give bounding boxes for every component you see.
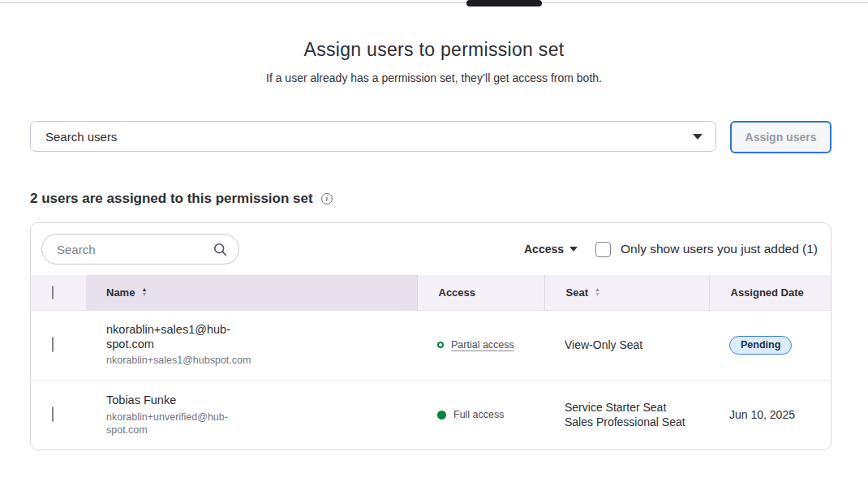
assigned-date: Jun 10, 2025 — [729, 408, 795, 421]
access-filter-dropdown[interactable]: Access — [524, 243, 578, 256]
table-filters-group: Access Only show users you just added (1… — [524, 242, 820, 257]
name-cell: nkorablin+sales1@hub- spot.com nkorablin… — [86, 310, 417, 380]
sort-down-icon: ▼ — [141, 292, 147, 297]
assigned-date-cell: Pending — [709, 310, 831, 380]
column-label-name: Name — [106, 286, 135, 299]
pending-status-badge: Pending — [729, 336, 792, 355]
seat-cell: View-Only Seat — [544, 310, 709, 380]
access-level-text: Full access — [453, 409, 505, 420]
user-name: nkorablin+sales1@hub- — [106, 323, 417, 338]
assigned-date-cell: Jun 10, 2025 — [709, 380, 831, 450]
assign-users-button[interactable]: Assign users — [730, 121, 831, 153]
assigned-summary-row: 2 users are assigned to this permission … — [30, 191, 838, 207]
row-select-cell — [31, 310, 86, 380]
table-row-user-2: Tobias Funke nkorablin+unverified@hub- s… — [31, 380, 831, 450]
column-header-access[interactable]: Access — [417, 275, 544, 310]
sort-arrows-icon: ▲ ▼ — [595, 287, 600, 297]
user-name-wrap: spot.com — [106, 338, 417, 352]
page-subtitle: If a user already has a permission set, … — [0, 71, 868, 84]
seat-name: View-Only Seat — [565, 338, 709, 352]
users-table-panel: Search Access Only show users you just a… — [30, 222, 831, 450]
chevron-down-icon — [569, 247, 578, 252]
row-checkbox[interactable] — [52, 407, 54, 422]
column-label-seat: Seat — [566, 286, 588, 299]
sort-down-icon: ▼ — [595, 292, 600, 297]
only-show-added-checkbox[interactable] — [595, 242, 611, 257]
user-email-wrap: spot.com — [106, 424, 417, 437]
assign-controls-row: Search users Assign users — [30, 121, 831, 153]
partial-access-icon — [437, 342, 444, 348]
seat-name: Service Starter Seat — [565, 400, 709, 415]
table-row-user-1: nkorablin+sales1@hub- spot.com nkorablin… — [31, 310, 831, 380]
seat-name: Sales Professional Seat — [565, 415, 709, 429]
search-users-combobox[interactable]: Search users — [30, 121, 716, 152]
access-filter-label: Access — [524, 243, 564, 256]
access-cell: Full access — [417, 380, 544, 450]
sort-arrows-icon: ▲ ▼ — [141, 287, 147, 297]
info-icon[interactable]: i — [321, 193, 333, 204]
column-header-seat[interactable]: Seat ▲ ▼ — [544, 275, 709, 310]
user-email: nkorablin+sales1@hubspot.com — [106, 354, 417, 367]
full-access-icon — [437, 411, 446, 419]
table-search-placeholder: Search — [57, 243, 96, 256]
row-select-cell — [31, 380, 86, 450]
select-all-checkbox[interactable] — [52, 286, 54, 299]
table-toolbar: Search Access Only show users you just a… — [31, 223, 831, 275]
select-all-cell — [31, 275, 86, 310]
column-header-name[interactable]: Name ▲ ▼ — [86, 275, 417, 310]
seat-cell: Service Starter Seat Sales Professional … — [544, 380, 709, 450]
search-users-placeholder: Search users — [45, 130, 117, 144]
assigned-count-heading: 2 users are assigned to this permission … — [30, 191, 313, 207]
table-search-input[interactable]: Search — [41, 234, 239, 265]
access-cell: Partial access — [417, 310, 544, 380]
column-header-assigned-date[interactable]: Assigned Date — [709, 275, 831, 310]
column-label-assigned-date: Assigned Date — [731, 286, 804, 299]
user-email: nkorablin+unverified@hub- — [106, 411, 417, 424]
column-label-access: Access — [439, 286, 476, 299]
name-cell: Tobias Funke nkorablin+unverified@hub- s… — [86, 380, 417, 450]
row-checkbox[interactable] — [52, 337, 54, 352]
table-header-row: Name ▲ ▼ Access Seat ▲ ▼ — [31, 275, 831, 310]
chevron-down-icon — [693, 134, 703, 140]
user-name: Tobias Funke — [106, 394, 417, 408]
page-title: Assign users to permission set — [0, 39, 868, 61]
wizard-progress-track — [0, 0, 868, 6]
progress-track-line — [0, 2, 868, 3]
access-level-link[interactable]: Partial access — [451, 339, 514, 351]
wizard-progress-indicator — [466, 0, 542, 6]
search-icon — [213, 243, 227, 256]
users-table: Name ▲ ▼ Access Seat ▲ ▼ — [31, 275, 831, 450]
only-show-added-label[interactable]: Only show users you just added (1) — [621, 242, 818, 256]
